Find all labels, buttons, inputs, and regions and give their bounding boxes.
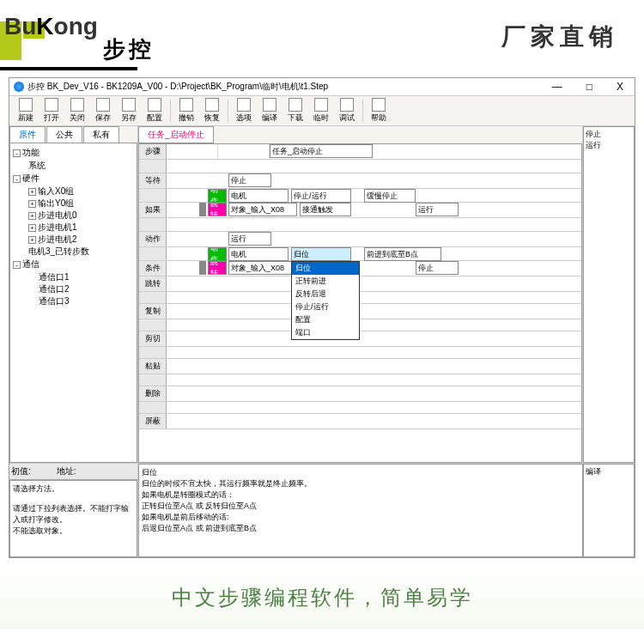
minimize-button[interactable]: — [545,81,569,93]
tool-debug[interactable]: 调试 [335,98,359,124]
tool-config[interactable]: 配置 [143,98,167,124]
dropdown-list[interactable]: 归位 正转前进 反转后退 停止/运行 配置 端口 [291,261,360,340]
app-window: 步控 BK_Dev_V16 - BK1209A_V00 - D:\Project… [9,77,635,558]
task-tab[interactable]: 任务_启动停止 [138,126,214,143]
tree-view[interactable]: -功能 系统 -硬件 +输入X0组 +输出Y0组 +步进电机0 +步进电机1 +… [9,143,137,463]
left-panel: 原件 公共 私有 -功能 系统 -硬件 +输入X0组 +输出Y0组 +步进电机0… [9,126,138,463]
help-left: 请选择方法。 请通过下拉列表选择。不能打字输入或打字修改。 不能选取对象。 [9,480,137,557]
slogan: 厂家直销 [501,21,618,53]
window-title: 步控 BK_Dev_V16 - BK1209A_V00 - D:\Project… [27,81,328,93]
toolbar: 新建 打开 关闭 保存 另存 配置 撤销 恢复 选项 编译 下载 临时 调试 帮… [9,96,635,126]
addr-label: 地址: [57,465,76,477]
tool-save[interactable]: 保存 [91,98,115,124]
tool-temp[interactable]: 临时 [309,98,333,124]
tool-options[interactable]: 选项 [232,98,256,124]
titlebar: 步控 BK_Dev_V16 - BK1209A_V00 - D:\Project… [9,78,635,96]
tool-help[interactable]: 帮助 [367,98,391,124]
tool-redo[interactable]: 恢复 [200,98,224,124]
tab-private[interactable]: 私有 [83,126,119,143]
tab-public[interactable]: 公共 [46,126,82,143]
step-grid[interactable]: 步骤 任务_启动停止 等待 停止 动作 电机 停止/运行 [138,143,582,463]
tool-saveas[interactable]: 另存 [117,98,141,124]
tool-undo[interactable]: 撤销 [174,98,198,124]
maximize-button[interactable]: □ [580,81,599,93]
right-panel: 停止 运行 [583,126,635,463]
app-icon [14,82,24,92]
logo-cn: 步控 [103,34,155,64]
tool-open[interactable]: 打开 [39,98,64,124]
compile-panel: 编译 [583,464,635,557]
help-center: 归位 归位的时候不宜太快，其运行频率就是终止频率。 如果电机是转圈模式的话： 正… [138,464,583,557]
combo-open[interactable]: 归位 [291,247,351,261]
center-panel: 任务_启动停止 步骤 任务_启动停止 等待 停止 [138,126,583,463]
tab-yuanjian[interactable]: 原件 [9,126,46,143]
footer-caption: 中文步骤编程软件，简单易学 [0,567,644,629]
tool-new[interactable]: 新建 [14,98,38,124]
logo: BuKong 步控 [0,9,155,64]
tool-download[interactable]: 下载 [283,98,307,124]
initval-label: 初值: [11,465,31,477]
tool-close[interactable]: 关闭 [65,98,89,124]
close-button[interactable]: X [610,81,630,93]
tool-compile[interactable]: 编译 [258,98,282,124]
